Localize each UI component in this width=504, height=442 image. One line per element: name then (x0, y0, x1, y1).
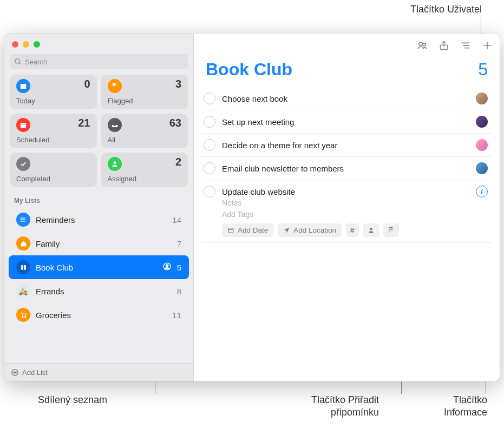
reminder-title: Set up next meeting (222, 117, 472, 127)
callout-line (481, 17, 481, 35)
flag-icon (388, 227, 395, 234)
list-icon (16, 213, 30, 227)
smart-label: Scheduled (16, 136, 49, 144)
tray-icon (108, 118, 122, 132)
share-button[interactable] (438, 39, 450, 51)
complete-checkbox[interactable] (204, 139, 215, 151)
smart-completed[interactable]: Completed (10, 153, 97, 187)
complete-checkbox[interactable] (204, 162, 215, 174)
smart-count: 21 (78, 117, 90, 129)
search-placeholder: Search (25, 58, 47, 66)
reminder-row[interactable]: Email club newsletter to members (201, 157, 492, 180)
svg-point-21 (423, 43, 426, 46)
sidebar-item-book-club[interactable]: Book Club 5 (9, 255, 189, 279)
list-name: Book Club (36, 263, 162, 272)
list-name: Errands (36, 287, 177, 296)
collaborate-button[interactable] (416, 39, 428, 51)
callout-shared-list: Sdílený seznam (38, 394, 107, 406)
person-icon (368, 227, 375, 234)
list-count: 5 (177, 263, 181, 272)
smart-today[interactable]: 0 Today (10, 75, 97, 109)
smart-count: 3 (175, 78, 181, 90)
reminder-title: Decide on a theme for next year (222, 141, 472, 150)
plus-icon (482, 40, 493, 51)
add-list-button[interactable]: Add List (4, 363, 193, 381)
list-count-large: 5 (478, 60, 488, 80)
assignee-avatar[interactable] (476, 162, 488, 174)
list-count: 14 (172, 215, 181, 225)
search-input[interactable]: Search (10, 54, 188, 69)
assignee-avatar[interactable] (476, 139, 488, 151)
reminder-row[interactable]: Choose next book (201, 87, 492, 110)
calendar-icon (16, 118, 30, 132)
info-button[interactable]: i (476, 186, 488, 197)
smart-assigned[interactable]: 2 Assigned (101, 153, 188, 187)
person-icon (108, 157, 122, 171)
svg-point-0 (15, 59, 19, 63)
list-indent-icon (460, 39, 472, 51)
svg-point-12 (21, 221, 22, 222)
reminders-list: Choose next book Set up next meeting Dec… (194, 87, 500, 243)
add-list-label: Add List (22, 368, 48, 377)
cart-icon (16, 308, 30, 322)
location-icon (283, 227, 290, 234)
sidebar-item-family[interactable]: Family 7 (9, 232, 189, 255)
sidebar-item-reminders[interactable]: Reminders 14 (9, 208, 189, 232)
smart-all[interactable]: 63 All (101, 114, 188, 148)
reminder-row[interactable]: Set up next meeting (201, 110, 492, 134)
add-location-label: Add Location (293, 226, 336, 234)
flag-icon (108, 79, 122, 93)
smart-count: 2 (175, 156, 181, 168)
smart-label: All (108, 136, 115, 144)
add-date-button[interactable]: Add Date (222, 223, 273, 237)
add-location-button[interactable]: Add Location (278, 223, 342, 237)
check-icon (16, 157, 30, 171)
complete-checkbox[interactable] (204, 93, 215, 104)
sidebar: Search 0 Today 3 Flagged 21 Scheduled 63 (4, 34, 194, 381)
svg-point-16 (24, 317, 25, 318)
toolbar (194, 34, 500, 57)
smart-flagged[interactable]: 3 Flagged (101, 75, 188, 109)
people-icon (416, 39, 428, 51)
reminder-row[interactable]: Decide on a theme for next year (201, 134, 492, 157)
smart-scheduled[interactable]: 21 Scheduled (10, 114, 97, 148)
main-panel: Book Club 5 Choose next book Set up next… (194, 34, 500, 381)
reminder-title: Update club website (222, 187, 476, 196)
smart-label: Completed (16, 175, 50, 183)
smart-count: 63 (169, 117, 181, 129)
new-reminder-button[interactable] (481, 39, 493, 51)
reminder-row-expanded[interactable]: Update club website i Notes Add Tags Add… (201, 180, 492, 243)
minimize-window-button[interactable] (23, 41, 29, 48)
assignee-avatar[interactable] (476, 93, 488, 104)
add-tag-button[interactable]: # (346, 223, 359, 237)
smart-label: Flagged (108, 97, 133, 105)
flag-button[interactable] (383, 223, 399, 237)
view-options-button[interactable] (460, 39, 472, 51)
home-icon (16, 236, 30, 250)
share-icon (438, 40, 449, 51)
svg-rect-3 (21, 84, 27, 85)
close-window-button[interactable] (12, 41, 18, 48)
complete-checkbox[interactable] (204, 116, 215, 128)
reminder-title: Choose next book (222, 94, 472, 103)
assign-button[interactable] (363, 223, 379, 237)
list-title: Book Club (206, 60, 292, 80)
svg-point-30 (370, 228, 372, 230)
callout-assign-button: Tlačítko Přiřadit připomínku (282, 394, 379, 419)
scooter-icon: 🛵 (16, 284, 30, 298)
zoom-window-button[interactable] (34, 41, 40, 48)
smart-label: Today (16, 97, 35, 105)
reminder-title: Email club newsletter to members (222, 164, 472, 173)
complete-checkbox[interactable] (204, 186, 215, 197)
list-name: Family (36, 239, 177, 248)
svg-rect-4 (21, 123, 27, 128)
sidebar-item-groceries[interactable]: Groceries 11 (9, 303, 189, 327)
add-date-label: Add Date (238, 226, 268, 234)
tags-field[interactable]: Add Tags (222, 209, 488, 220)
svg-rect-28 (228, 228, 233, 233)
assignee-avatar[interactable] (476, 116, 488, 128)
callout-user-button: Tlačítko Uživatel (384, 3, 482, 16)
notes-field[interactable]: Notes (222, 197, 488, 209)
sidebar-item-errands[interactable]: 🛵 Errands 8 (9, 279, 189, 303)
list-count: 7 (177, 239, 181, 248)
